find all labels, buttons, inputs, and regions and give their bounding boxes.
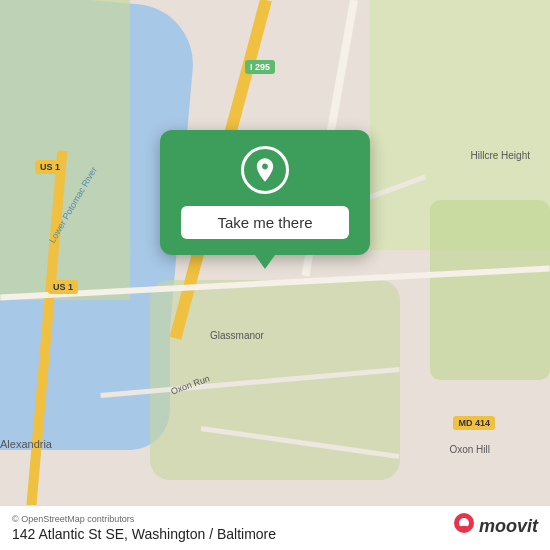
- route-badge-us1-bottom: US 1: [48, 280, 78, 294]
- oxon-hill-label: Oxon Hill: [449, 444, 490, 455]
- map-background: I 295 US 1 US 1 MD 414 I 295 Lower Potom…: [0, 0, 550, 550]
- pin-circle: [241, 146, 289, 194]
- bottom-info-bar: © OpenStreetMap contributors 142 Atlanti…: [0, 505, 550, 550]
- moovit-pin-icon: [453, 512, 475, 540]
- glassmanor-label: Glassmanor: [210, 330, 264, 341]
- alexandria-label: Alexandria: [0, 438, 52, 450]
- location-popup: Take me there: [160, 130, 370, 255]
- route-badge-us1-top: US 1: [35, 160, 65, 174]
- location-pin-icon: [251, 156, 279, 184]
- take-me-there-button[interactable]: Take me there: [181, 206, 349, 239]
- route-badge-295: I 295: [245, 60, 275, 74]
- moovit-brand-text: moovit: [479, 516, 538, 537]
- hillcrest-label: Hillcre Height: [471, 150, 530, 161]
- green-area: [430, 200, 550, 380]
- moovit-logo: moovit: [453, 512, 538, 540]
- map-container: I 295 US 1 US 1 MD 414 I 295 Lower Potom…: [0, 0, 550, 550]
- route-badge-md414: MD 414: [453, 416, 495, 430]
